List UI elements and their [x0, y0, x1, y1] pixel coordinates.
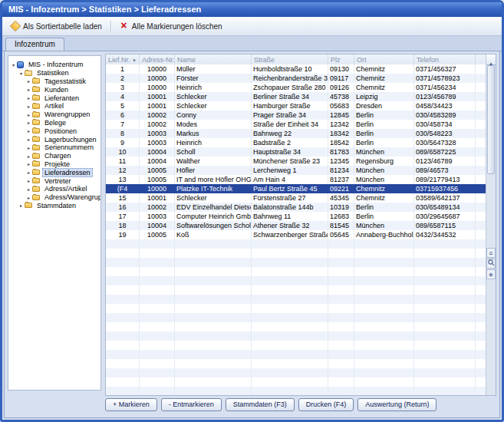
column-header-strasse[interactable]: Straße: [252, 54, 328, 64]
tree-item-lagerbuchungen[interactable]: ▸Lagerbuchungen: [8, 135, 100, 143]
cell-strasse: Zschopauer Straße 280: [252, 83, 328, 92]
expand-arrow-icon[interactable]: ▸: [25, 161, 32, 166]
cell-ort: [354, 313, 414, 322]
tree-item-warengruppen[interactable]: ▸Warengruppen: [8, 110, 100, 119]
tree-item-stammdaten[interactable]: ▸Stammdaten: [8, 202, 100, 210]
column-label: Plz: [331, 56, 341, 64]
expand-arrow-icon[interactable]: ▸: [25, 120, 32, 125]
table-row[interactable]: 610002ConnyPrager Straße 3412845Berlin03…: [106, 110, 486, 120]
collapse-arrow-icon[interactable]: ▾: [18, 71, 25, 76]
cell-strasse: Bahnweg 11: [252, 212, 328, 221]
vertical-scrollbar[interactable]: ≡∗: [486, 54, 496, 395]
table-row[interactable]: 510001SchleckerHamburger Straße05683Dres…: [106, 101, 486, 110]
tree-item-mis-infozentrum[interactable]: ▾MIS - Infozentrum: [8, 61, 100, 69]
scroll-thumb[interactable]: [487, 65, 495, 174]
clear-marks-button[interactable]: Alle Markierungen löschen: [114, 18, 229, 35]
table-row[interactable]: 210000FörsterReichenbranderstraße 309117…: [106, 74, 486, 83]
asterisk-icon[interactable]: ∗: [486, 269, 496, 279]
expand-arrow-icon[interactable]: ▸: [25, 195, 32, 200]
expand-arrow-icon[interactable]: ▸: [25, 112, 32, 117]
column-header-adress_nr[interactable]: Adress-Nr.: [140, 54, 175, 64]
cell-lief_nr: 18: [106, 221, 140, 230]
expand-arrow-icon[interactable]: ▸: [25, 128, 32, 134]
drucken-button[interactable]: Drucken (F4): [298, 398, 354, 411]
tree-item-adress-artikel[interactable]: ▸Adress/Artikel: [8, 185, 100, 193]
folder-icon: [32, 78, 40, 84]
tree-item-adress-warengruppen[interactable]: ▸Adress/Warengruppen: [8, 193, 100, 202]
expand-arrow-icon[interactable]: ▸: [25, 87, 32, 92]
cell-ort: Berlin: [354, 110, 414, 120]
cell-adress_nr: 10002: [140, 203, 175, 212]
table-row[interactable]: 1710003Computer Heinrich GmbHBahnweg 111…: [106, 212, 486, 221]
expand-arrow-icon[interactable]: ▸: [18, 203, 25, 208]
column-header-lief_nr[interactable]: Lief.Nr.: [106, 54, 140, 64]
markieren-button[interactable]: + Markieren: [105, 398, 157, 411]
table-row[interactable]: 1010004SchollHauptstraße 3481783München0…: [106, 147, 486, 157]
table-row[interactable]: 810003MarkusBahnweg 2218342Berlin030/548…: [106, 129, 486, 138]
expand-arrow-icon[interactable]: ▸: [25, 178, 32, 183]
cell-filler: [476, 166, 486, 175]
cell-plz: 12683: [328, 212, 354, 221]
table-row[interactable]: 1210005HöflerLerchenweg 181234München089…: [106, 166, 486, 175]
expand-arrow-icon[interactable]: ▸: [25, 170, 32, 175]
cell-filler: [476, 83, 486, 92]
tree-item-projekte[interactable]: ▸Projekte: [8, 160, 100, 169]
tree-item-tagesstatistik[interactable]: ▸Tagesstatistik: [8, 77, 100, 86]
tree-item-positionen[interactable]: ▸Positionen: [8, 127, 100, 135]
cell-plz: [328, 239, 354, 249]
expand-arrow-icon[interactable]: ▸: [25, 95, 32, 101]
title-bar[interactable]: MIS - Infozentrum > Statistiken > Liefer…: [2, 2, 502, 17]
tree-item-vertreter[interactable]: ▸Vertreter: [8, 176, 100, 185]
column-header-telefon[interactable]: Telefon: [414, 54, 476, 64]
tab-infozentrum[interactable]: Infozentrum: [5, 38, 64, 51]
magnifier-icon[interactable]: [486, 259, 496, 269]
cell-ort: München: [354, 221, 414, 230]
stammdaten-button[interactable]: Stammdaten (F3): [226, 398, 295, 411]
tree-item-seriennummern[interactable]: ▸Seriennummern: [8, 143, 100, 152]
table-row[interactable]: 410001SchleckerBerliner Straße 3445738Le…: [106, 92, 486, 101]
column-header-plz[interactable]: Plz: [328, 54, 354, 64]
tree-item-statistiken[interactable]: ▾Statistiken: [8, 69, 100, 77]
cell-filler: [476, 285, 486, 295]
expand-arrow-icon[interactable]: ▸: [25, 186, 32, 192]
table-row[interactable]: 1110004WaltherMünchener Straße 2312345Re…: [106, 157, 486, 166]
auswertung-button[interactable]: Auswertung (Return): [357, 398, 436, 411]
table-row[interactable]: 910003HeinrichBadstraße 218542Berlin030/…: [106, 138, 486, 147]
table-row[interactable]: 310000HeinrichZschopauer Straße 28009126…: [106, 83, 486, 92]
columns-icon[interactable]: ≡: [486, 248, 496, 258]
cell-filler: [476, 322, 486, 331]
cell-filler: [476, 249, 486, 258]
expand-arrow-icon[interactable]: ▸: [25, 137, 32, 142]
cell-plz: 09221: [328, 184, 354, 193]
column-header-ort[interactable]: Ort: [354, 54, 414, 64]
table-row[interactable]: 710002ModesStraße der Einheit 3412342Ber…: [106, 120, 486, 129]
table-row[interactable]: 1810004Softwarelösungen Scholl GmbAthene…: [106, 221, 486, 230]
tree-item-lieferanten[interactable]: ▸Lieferanten: [8, 94, 100, 102]
expand-arrow-icon[interactable]: ▸: [25, 145, 32, 150]
folder-icon: [32, 145, 40, 150]
tree-item-kunden[interactable]: ▸Kunden: [8, 85, 100, 94]
table-row[interactable]: 1610002EDV Einzelhandel Dietsch GmbBalat…: [106, 203, 486, 212]
collapse-arrow-icon[interactable]: ▾: [10, 62, 17, 68]
expand-arrow-icon[interactable]: ▸: [25, 104, 32, 109]
cell-adress_nr: 10000: [140, 74, 175, 83]
cell-name: Schlecker: [175, 193, 252, 203]
tree-item-artikel[interactable]: ▸Artikel: [8, 102, 100, 110]
entmarkieren-button[interactable]: - Entmarkieren: [161, 398, 222, 411]
load-sort-table-button[interactable]: Als Sortiertabelle laden: [5, 18, 108, 35]
table-load-icon: [10, 21, 21, 31]
tree-item-belege[interactable]: ▸Belege: [8, 119, 100, 127]
table-row[interactable]: 110000MüllerHumboldtstraße 1009130Chemni…: [106, 64, 486, 74]
table-row[interactable]: 1910005KoßSchwarzenberger Straße05645Ann…: [106, 230, 486, 239]
table-row[interactable]: 1310005IT and more Höfler OHGAm Hain 481…: [106, 175, 486, 184]
table-row[interactable]: 1510001SchleckerFürstenstraße 2745345Che…: [106, 193, 486, 203]
expand-arrow-icon[interactable]: ▸: [25, 78, 32, 84]
column-header-name[interactable]: Name: [175, 54, 252, 64]
expand-arrow-icon[interactable]: ▸: [25, 153, 32, 159]
empty-row: [106, 276, 486, 285]
table-row[interactable]: (F410000Platzke IT-TechnikPaul Bertz Str…: [106, 184, 486, 193]
scroll-up-icon[interactable]: [486, 54, 496, 65]
cell-strasse: [252, 368, 328, 377]
tree-item-chargen[interactable]: ▸Chargen: [8, 152, 100, 160]
tree-item-lieferadressen[interactable]: ▸Lieferadressen: [8, 168, 100, 176]
